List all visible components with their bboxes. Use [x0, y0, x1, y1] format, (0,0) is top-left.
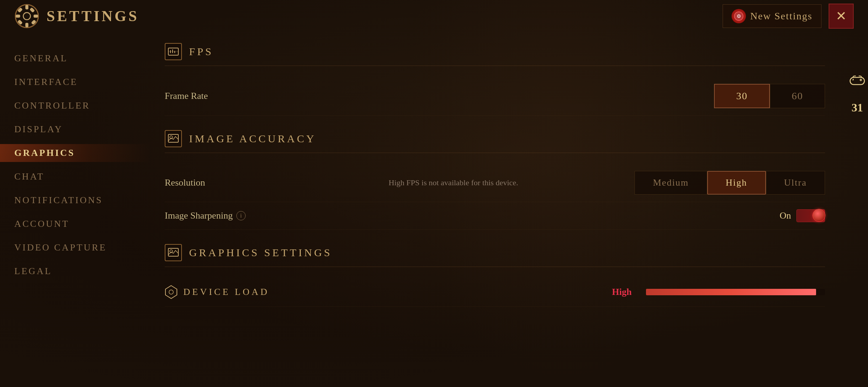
svg-text:⚙: ⚙ [736, 14, 741, 19]
sidebar-item-chat[interactable]: CHAT [0, 165, 150, 188]
layout: GENERAL INTERFACE CONTROLLER DISPLAY GRA… [0, 32, 847, 387]
graphics-settings-icon [165, 244, 182, 261]
svg-point-1 [23, 13, 30, 20]
fps-counter: 31 [852, 101, 863, 114]
image-sharpening-toggle-label: On [780, 210, 791, 221]
device-load-value: High [612, 287, 632, 297]
resolution-label: Resolution [165, 177, 272, 188]
image-sharpening-label: Image Sharpening i [165, 210, 272, 221]
device-load-bar [646, 289, 825, 295]
device-load-row: DEVICE LOAD High [165, 278, 825, 307]
sidebar-item-account[interactable]: ACCOUNT [0, 212, 150, 236]
toggle-gem [812, 209, 825, 222]
sidebar-item-graphics[interactable]: GRAPHICS [0, 141, 150, 165]
sidebar-item-display[interactable]: DISPLAY [0, 118, 150, 141]
fps-section-icon [165, 43, 182, 60]
resolution-medium-button[interactable]: Medium [635, 171, 707, 195]
right-panel: 31 [847, 0, 868, 387]
resolution-note: High FPS is not available for this devic… [272, 178, 635, 187]
svg-point-21 [169, 290, 173, 294]
graphics-settings-header: GRAPHICS SETTINGS [165, 244, 825, 267]
frame-rate-controls: 30 60 [714, 84, 825, 108]
image-sharpening-toggle[interactable] [796, 209, 825, 222]
device-load-left: DEVICE LOAD [165, 285, 269, 299]
fps-section-title: FPS [189, 46, 213, 58]
resolution-btn-group: Medium High Ultra [635, 171, 825, 195]
device-load-controls: High [612, 287, 825, 297]
image-accuracy-title: IMAGE ACCURACY [189, 133, 316, 145]
sidebar-item-video-capture[interactable]: VIDEO CAPTURE [0, 236, 150, 259]
graphics-settings-title: GRAPHICS SETTINGS [189, 247, 332, 259]
image-accuracy-section: IMAGE ACCURACY Resolution High FPS is no… [165, 130, 825, 230]
fps-section-header: FPS [165, 43, 825, 66]
resolution-ultra-button[interactable]: Ultra [766, 171, 825, 195]
graphics-settings-section: GRAPHICS SETTINGS DEVICE LOAD High [165, 244, 825, 307]
device-load-title: DEVICE LOAD [183, 287, 269, 297]
sidebar-item-general[interactable]: GENERAL [0, 47, 150, 70]
frame-rate-btn-group: 30 60 [714, 84, 825, 108]
device-load-bar-fill [646, 289, 816, 295]
svg-rect-3 [26, 23, 28, 27]
resolution-high-button[interactable]: High [707, 171, 766, 195]
svg-rect-19 [168, 248, 178, 256]
svg-rect-22 [850, 77, 864, 85]
sidebar-item-interface[interactable]: INTERFACE [0, 70, 150, 94]
new-settings-label: New Settings [750, 10, 812, 22]
controller-icon-button[interactable] [848, 72, 867, 90]
image-sharpening-row: Image Sharpening i On [165, 202, 825, 230]
fps-30-button[interactable]: 30 [714, 84, 770, 108]
sidebar-item-controller[interactable]: CONTROLLER [0, 94, 150, 118]
resolution-controls: Medium High Ultra [635, 171, 825, 195]
svg-rect-24 [853, 79, 854, 80]
gear-icon [14, 4, 39, 29]
fps-section: FPS Frame Rate 30 60 [165, 43, 825, 116]
settings-title: SETTINGS [47, 8, 139, 25]
sidebar-item-notifications[interactable]: NOTIFICATIONS [0, 188, 150, 212]
sidebar-item-legal[interactable]: LEGAL [0, 259, 150, 283]
svg-rect-2 [26, 5, 28, 9]
frame-rate-label: Frame Rate [165, 91, 272, 101]
svg-rect-4 [16, 15, 20, 17]
image-accuracy-header: IMAGE ACCURACY [165, 130, 825, 153]
svg-point-27 [860, 79, 862, 80]
header: SETTINGS ⚙ New Settings ✕ [0, 0, 868, 32]
image-sharpening-info-icon[interactable]: i [236, 211, 246, 220]
device-load-icon [165, 285, 178, 299]
header-right: ⚙ New Settings ✕ [723, 4, 854, 29]
resolution-row: Resolution High FPS is not available for… [165, 164, 825, 202]
main-content: FPS Frame Rate 30 60 [150, 32, 847, 387]
fps-60-button[interactable]: 60 [770, 84, 825, 108]
svg-point-28 [860, 80, 862, 81]
sidebar: GENERAL INTERFACE CONTROLLER DISPLAY GRA… [0, 32, 150, 387]
header-left: SETTINGS [14, 4, 139, 29]
svg-rect-17 [168, 134, 178, 142]
svg-rect-8 [30, 8, 34, 12]
new-settings-icon: ⚙ [732, 9, 746, 23]
svg-rect-5 [34, 15, 38, 17]
new-settings-button[interactable]: ⚙ New Settings [723, 4, 821, 28]
frame-rate-row: Frame Rate 30 60 [165, 77, 825, 116]
image-accuracy-icon [165, 130, 182, 147]
image-sharpening-toggle-container: On [780, 209, 825, 222]
